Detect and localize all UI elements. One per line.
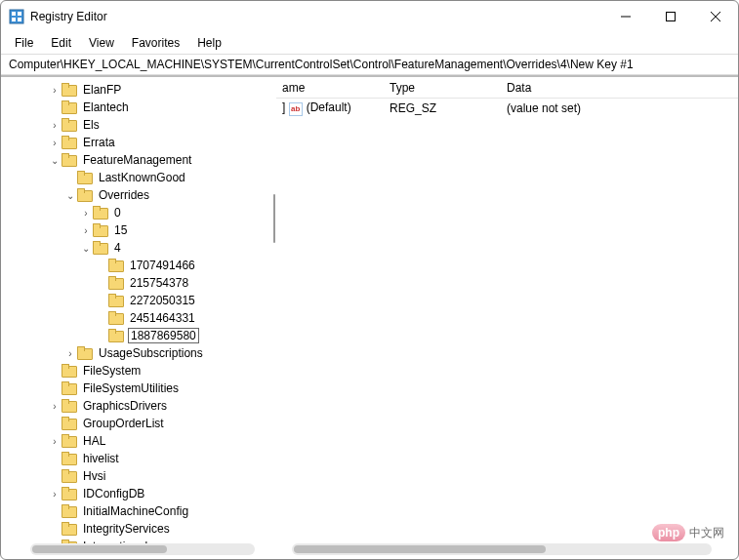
tree-item-label: Overrides <box>97 188 151 202</box>
svg-rect-6 <box>667 13 676 21</box>
folder-icon <box>108 259 124 272</box>
tree-item-label: FileSystem <box>81 364 143 378</box>
folder-icon <box>62 487 77 500</box>
column-data[interactable]: Data <box>501 81 738 95</box>
tree-item-label: 15 <box>112 223 129 237</box>
tree-item-featuremanagement[interactable]: ⌄FeatureManagement <box>1 151 272 169</box>
chevron-right-icon[interactable]: › <box>48 436 62 447</box>
tree-item-hal[interactable]: ›HAL <box>1 432 272 450</box>
menu-file[interactable]: File <box>7 34 41 52</box>
values-pane[interactable]: ame Type Data ] ab(Default) REG_SZ (valu… <box>276 77 738 559</box>
chevron-down-icon[interactable]: ⌄ <box>79 243 93 254</box>
folder-icon <box>62 100 77 114</box>
column-type[interactable]: Type <box>384 81 501 95</box>
menu-edit[interactable]: Edit <box>43 34 79 52</box>
tree-item-graphicsdrivers[interactable]: ›GraphicsDrivers <box>1 397 272 415</box>
twisty-blank: · <box>48 383 62 394</box>
tree-item-hvsi[interactable]: ·Hvsi <box>1 467 272 485</box>
folder-icon <box>108 276 124 290</box>
twisty-blank: · <box>95 313 108 324</box>
column-headers[interactable]: ame Type Data <box>276 77 738 99</box>
menu-view[interactable]: View <box>81 34 122 52</box>
tree-item-els[interactable]: ›Els <box>1 116 272 134</box>
tree-item-4[interactable]: ⌄4 <box>1 239 272 257</box>
values-scrollbar[interactable] <box>292 543 712 555</box>
twisty-blank: · <box>48 366 62 377</box>
twisty-blank: · <box>48 419 62 429</box>
tree-pane[interactable]: ›ElanFP·Elantech›Els›Errata⌄FeatureManag… <box>1 77 272 559</box>
scrollbar-thumb[interactable] <box>32 545 167 553</box>
folder-icon <box>108 329 124 342</box>
tree-item-2451464331[interactable]: ·2451464331 <box>1 309 272 327</box>
chevron-down-icon[interactable]: ⌄ <box>63 190 77 201</box>
chevron-right-icon[interactable]: › <box>63 348 77 359</box>
tree-item-idconfigdb[interactable]: ›IDConfigDB <box>1 485 272 502</box>
chevron-right-icon[interactable]: › <box>79 208 93 219</box>
chevron-down-icon[interactable]: ⌄ <box>48 155 62 166</box>
tree-item-label: 2272050315 <box>128 294 197 307</box>
registry-editor-window: Registry Editor File Edit View Favorites… <box>0 0 739 560</box>
chevron-right-icon[interactable]: › <box>48 85 62 96</box>
svg-rect-2 <box>18 12 21 16</box>
close-button[interactable] <box>693 1 738 32</box>
folder-icon <box>108 294 124 307</box>
tree-item-lastknowngood[interactable]: ·LastKnownGood <box>1 169 272 186</box>
scrollbar-thumb[interactable] <box>294 545 546 553</box>
chevron-right-icon[interactable]: › <box>48 120 62 131</box>
folder-icon <box>77 188 93 202</box>
folder-icon <box>62 417 77 430</box>
tree-item-elanfp[interactable]: ›ElanFP <box>1 81 272 99</box>
tree-item-elantech[interactable]: ·Elantech <box>1 99 272 116</box>
tree-item-label: ElanFP <box>81 83 123 97</box>
tree-item-label: Errata <box>81 136 117 149</box>
address-bar[interactable]: Computer\HKEY_LOCAL_MACHINE\SYSTEM\Curre… <box>1 54 738 75</box>
string-value-icon: ab <box>289 102 303 116</box>
titlebar[interactable]: Registry Editor <box>1 1 738 32</box>
tree-item-overrides[interactable]: ⌄Overrides <box>1 186 272 204</box>
tree-item-0[interactable]: ›0 <box>1 204 272 221</box>
folder-icon <box>77 171 93 184</box>
folder-icon <box>93 206 108 220</box>
tree-item-label-editing[interactable]: 1887869580 <box>128 328 199 343</box>
folder-icon <box>62 452 77 465</box>
tree-item-grouporderlist[interactable]: ·GroupOrderList <box>1 415 272 432</box>
twisty-blank: · <box>95 296 108 306</box>
tree-item-filesystemutilities[interactable]: ·FileSystemUtilities <box>1 380 272 397</box>
tree-item-215754378[interactable]: ·215754378 <box>1 274 272 292</box>
tree-item-1707491466[interactable]: ·1707491466 <box>1 257 272 274</box>
tree-item-1887869580[interactable]: ·1887869580 <box>1 327 272 344</box>
value-row[interactable]: ] ab(Default) REG_SZ (value not set) <box>276 99 738 118</box>
folder-icon <box>62 364 77 378</box>
menu-help[interactable]: Help <box>189 34 229 52</box>
chevron-right-icon[interactable]: › <box>48 489 62 500</box>
menu-favorites[interactable]: Favorites <box>124 34 187 52</box>
minimize-button[interactable] <box>603 1 648 32</box>
tree-scrollbar[interactable] <box>30 543 255 555</box>
tree-item-usagesubscriptions[interactable]: ›UsageSubscriptions <box>1 344 272 362</box>
folder-icon <box>77 346 93 360</box>
folder-icon <box>62 399 77 413</box>
tree-item-label: FileSystemUtilities <box>81 381 181 395</box>
tree-item-2272050315[interactable]: ·2272050315 <box>1 292 272 309</box>
tree-item-errata[interactable]: ›Errata <box>1 134 272 151</box>
tree-item-filesystem[interactable]: ·FileSystem <box>1 362 272 380</box>
chevron-right-icon[interactable]: › <box>79 225 93 236</box>
chevron-right-icon[interactable]: › <box>48 138 62 148</box>
folder-icon <box>62 381 77 395</box>
folder-icon <box>62 434 77 448</box>
folder-icon <box>108 311 124 325</box>
tree-item-initialmachineconfig[interactable]: ·InitialMachineConfig <box>1 502 272 520</box>
content-area: ›ElanFP·Elantech›Els›Errata⌄FeatureManag… <box>1 75 738 559</box>
maximize-button[interactable] <box>648 1 693 32</box>
tree-item-15[interactable]: ›15 <box>1 221 272 239</box>
tree-item-label: GroupOrderList <box>81 417 166 430</box>
tree-item-label: 0 <box>112 206 123 220</box>
chevron-right-icon[interactable]: › <box>48 401 62 412</box>
folder-icon <box>62 118 77 132</box>
window-title: Registry Editor <box>30 10 107 23</box>
tree-item-hivelist[interactable]: ·hivelist <box>1 450 272 467</box>
folder-icon <box>62 83 77 97</box>
svg-rect-3 <box>12 18 16 21</box>
tree-item-integrityservices[interactable]: ·IntegrityServices <box>1 520 272 538</box>
column-name[interactable]: ame <box>276 81 384 95</box>
